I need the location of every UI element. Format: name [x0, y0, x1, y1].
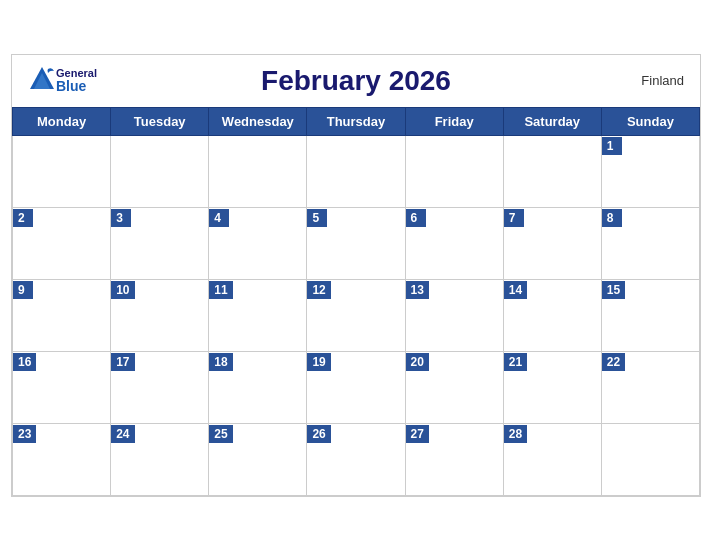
day-number: 22 [602, 353, 625, 371]
calendar-day-cell: 26 [307, 423, 405, 495]
day-number: 5 [307, 209, 327, 227]
day-number: 28 [504, 425, 527, 443]
day-number: 17 [111, 353, 134, 371]
calendar-day-cell: 19 [307, 351, 405, 423]
calendar-day-cell [307, 135, 405, 207]
calendar-day-cell: 28 [503, 423, 601, 495]
day-number: 15 [602, 281, 625, 299]
calendar-day-cell [111, 135, 209, 207]
calendar-day-cell: 6 [405, 207, 503, 279]
day-number: 18 [209, 353, 232, 371]
calendar-day-cell: 1 [601, 135, 699, 207]
calendar-title: February 2026 [261, 65, 451, 97]
day-number: 7 [504, 209, 524, 227]
day-number: 26 [307, 425, 330, 443]
calendar-day-cell: 9 [13, 279, 111, 351]
calendar-day-cell [503, 135, 601, 207]
calendar-day-cell [405, 135, 503, 207]
calendar-week-row: 1 [13, 135, 700, 207]
calendar-day-cell: 15 [601, 279, 699, 351]
day-number: 2 [13, 209, 33, 227]
day-number: 20 [406, 353, 429, 371]
day-number: 21 [504, 353, 527, 371]
day-number: 13 [406, 281, 429, 299]
calendar-day-cell: 12 [307, 279, 405, 351]
header-wednesday: Wednesday [209, 107, 307, 135]
day-number: 23 [13, 425, 36, 443]
header-tuesday: Tuesday [111, 107, 209, 135]
logo-text: General Blue [56, 68, 97, 93]
day-number: 14 [504, 281, 527, 299]
calendar-day-cell [601, 423, 699, 495]
calendar-table: Monday Tuesday Wednesday Thursday Friday… [12, 107, 700, 496]
country-label: Finland [641, 73, 684, 88]
day-number: 10 [111, 281, 134, 299]
calendar-day-cell: 4 [209, 207, 307, 279]
day-number: 25 [209, 425, 232, 443]
calendar-day-cell: 7 [503, 207, 601, 279]
day-number: 16 [13, 353, 36, 371]
calendar-day-cell: 20 [405, 351, 503, 423]
calendar-day-cell: 3 [111, 207, 209, 279]
day-number: 24 [111, 425, 134, 443]
calendar-day-cell [209, 135, 307, 207]
day-number: 1 [602, 137, 622, 155]
logo: General Blue [28, 65, 97, 97]
day-number: 27 [406, 425, 429, 443]
calendar-day-cell: 13 [405, 279, 503, 351]
calendar-container: General Blue February 2026 Finland Monda… [11, 54, 701, 497]
calendar-day-cell: 22 [601, 351, 699, 423]
calendar-week-row: 9101112131415 [13, 279, 700, 351]
calendar-day-cell: 17 [111, 351, 209, 423]
header-sunday: Sunday [601, 107, 699, 135]
logo-icon [28, 65, 56, 93]
day-number: 19 [307, 353, 330, 371]
calendar-day-cell: 5 [307, 207, 405, 279]
calendar-day-cell: 23 [13, 423, 111, 495]
calendar-day-cell: 10 [111, 279, 209, 351]
day-number: 12 [307, 281, 330, 299]
header-monday: Monday [13, 107, 111, 135]
calendar-day-cell: 21 [503, 351, 601, 423]
calendar-day-cell: 8 [601, 207, 699, 279]
calendar-header: General Blue February 2026 Finland [12, 55, 700, 107]
calendar-body: 1234567891011121314151617181920212223242… [13, 135, 700, 495]
day-number: 6 [406, 209, 426, 227]
calendar-day-cell: 25 [209, 423, 307, 495]
header-thursday: Thursday [307, 107, 405, 135]
day-number: 11 [209, 281, 232, 299]
day-number: 4 [209, 209, 229, 227]
calendar-day-cell: 16 [13, 351, 111, 423]
calendar-day-cell: 18 [209, 351, 307, 423]
day-number: 3 [111, 209, 131, 227]
calendar-day-cell: 14 [503, 279, 601, 351]
header-friday: Friday [405, 107, 503, 135]
day-number: 9 [13, 281, 33, 299]
calendar-day-cell: 2 [13, 207, 111, 279]
calendar-day-cell [13, 135, 111, 207]
day-number: 8 [602, 209, 622, 227]
logo-blue-text: Blue [56, 79, 97, 93]
calendar-day-cell: 11 [209, 279, 307, 351]
header-saturday: Saturday [503, 107, 601, 135]
calendar-week-row: 2345678 [13, 207, 700, 279]
calendar-week-row: 16171819202122 [13, 351, 700, 423]
calendar-week-row: 232425262728 [13, 423, 700, 495]
calendar-day-cell: 24 [111, 423, 209, 495]
weekday-header-row: Monday Tuesday Wednesday Thursday Friday… [13, 107, 700, 135]
calendar-day-cell: 27 [405, 423, 503, 495]
